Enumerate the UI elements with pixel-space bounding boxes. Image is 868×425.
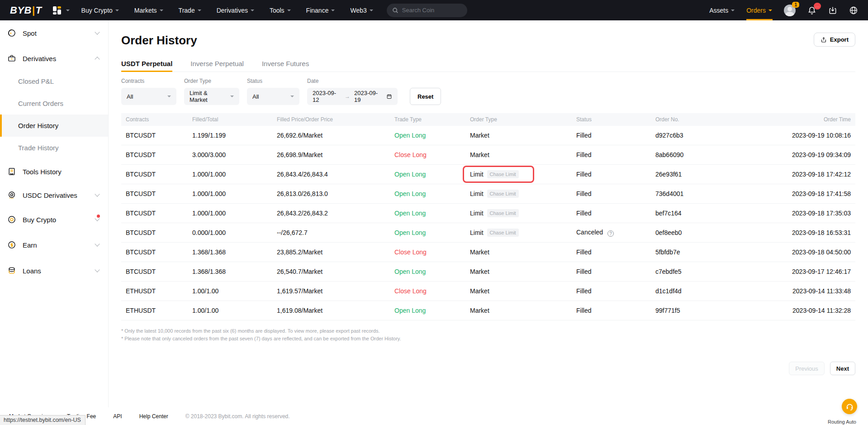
cell-filled-total: 0.000/1.000 [188, 229, 272, 236]
contracts-select[interactable]: All [121, 88, 176, 105]
cell-filled-price: 1,619.57/Market [272, 287, 390, 295]
nav-trade[interactable]: Trade [179, 0, 201, 20]
download-app-button[interactable] [828, 6, 837, 15]
status-text: Filled [576, 190, 591, 197]
sidebar: Spot Derivatives Closed P&L Current Orde… [0, 20, 109, 407]
cell-status: Filled [572, 307, 651, 314]
cell-contract: BTCUSDT [121, 151, 188, 158]
next-page-button[interactable]: Next [830, 362, 855, 375]
cell-order-time: 2023-09-18 17:35:03 [725, 210, 855, 217]
sidebar-item-order-history[interactable]: Order History [0, 115, 108, 137]
col-status: Status [572, 116, 651, 123]
nav-tools[interactable]: Tools [270, 0, 291, 20]
tab-inverse-perpetual[interactable]: Inverse Perpetual [190, 60, 244, 67]
order-type-filter-label: Order Type [184, 78, 239, 84]
status-select[interactable]: All [247, 88, 299, 105]
cell-filled-price: 26,540.7/Market [272, 268, 390, 275]
cell-filled-price: 26,692.6/Market [272, 132, 390, 139]
account-avatar[interactable]: 1 [784, 5, 796, 16]
reset-button[interactable]: Reset [410, 88, 441, 105]
table-row[interactable]: BTCUSDT 1.000/1.000 26,843.2/26,843.2 Op… [121, 204, 855, 223]
table-row[interactable]: ETHUSDT 1.00/1.00 1,619.08/Market Open L… [121, 301, 855, 320]
sidebar-item-closed-pnl[interactable]: Closed P&L [0, 70, 108, 92]
cell-status: Filled [572, 171, 651, 178]
bybit-logo[interactable]: BYB|T [10, 5, 42, 16]
nav-web3[interactable]: Web3 [350, 0, 373, 20]
footnote-records: * Only the latest 10,000 records from th… [121, 327, 855, 335]
sidebar-item-trade-history[interactable]: Trade History [0, 137, 108, 159]
table-row[interactable]: BTCUSDT 1.199/1.199 26,692.6/Market Open… [121, 126, 855, 145]
nav-buy-crypto[interactable]: Buy Crypto [81, 0, 119, 20]
order-type-select[interactable]: Limit & Market [184, 88, 239, 105]
footer-link-help-center[interactable]: Help Center [139, 413, 168, 420]
sidebar-item-derivatives[interactable]: Derivatives [0, 47, 108, 70]
loans-icon [7, 266, 16, 275]
headset-icon [845, 402, 854, 411]
date-to: 2023-09-19 [354, 90, 382, 103]
cell-filled-total: 1.00/1.00 [188, 307, 272, 314]
market-tabs: USDT Perpetual Inverse Perpetual Inverse… [121, 60, 855, 72]
table-header: Contracts Filled/Total Filled Price/Orde… [121, 113, 855, 126]
chevron-down-icon [768, 10, 772, 11]
footer-link-api[interactable]: API [113, 413, 122, 420]
sidebar-item-spot[interactable]: Spot [0, 21, 108, 45]
cell-filled-price: 26,843.4/26,843.4 [272, 171, 390, 178]
cell-order-no: 99f771f5 [651, 307, 725, 314]
sidebar-item-current-orders[interactable]: Current Orders [0, 92, 108, 115]
cell-order-time: 2023-09-18 17:41:58 [725, 190, 855, 197]
cell-trade-type: Open Long [390, 190, 465, 197]
nav-derivatives[interactable]: Derivatives [217, 0, 254, 20]
sidebar-item-earn[interactable]: Earn [0, 233, 108, 257]
cell-order-no: bef7c164 [651, 210, 725, 217]
logo-text-right: T [36, 5, 42, 16]
previous-page-button[interactable]: Previous [789, 362, 825, 375]
export-button[interactable]: Export [814, 33, 855, 47]
chase-limit-badge: Chase Limit [487, 170, 519, 178]
sidebar-item-loans[interactable]: Loans [0, 259, 108, 282]
cell-order-no: c7ebdfe5 [651, 268, 725, 275]
chase-limit-badge: Chase Limit [487, 209, 519, 217]
tools-history-icon [7, 167, 16, 176]
cell-contract: BTCUSDT [121, 171, 188, 178]
cell-order-time: 2023-09-19 09:34:09 [725, 151, 855, 158]
table-row[interactable]: BTCUSDT 3.000/3.000 26,698.9/Market Clos… [121, 145, 855, 165]
table-row[interactable]: BTCUSDT 1.368/1.368 23,885.2/Market Clos… [121, 243, 855, 262]
grid-apps-icon [53, 6, 61, 14]
table-row[interactable]: BTCUSDT 1.000/1.000 26,843.4/26,843.4 Op… [121, 165, 855, 184]
nav-assets[interactable]: Assets [709, 0, 735, 20]
table-row[interactable]: BTCUSDT 0.000/1.000 --/26,672.7 Open Lon… [121, 223, 855, 243]
table-row[interactable]: ETHUSDT 1.00/1.00 1,619.57/Market Close … [121, 282, 855, 301]
table-row[interactable]: BTCUSDT 1.000/1.000 26,813.0/26,813.0 Op… [121, 184, 855, 204]
date-range-picker[interactable]: 2023-09-12 → 2023-09-19 [307, 88, 398, 105]
chase-limit-badge: Chase Limit [487, 229, 519, 237]
nav-finance[interactable]: Finance [306, 0, 335, 20]
cell-filled-price: 26,843.2/26,843.2 [272, 210, 390, 217]
sidebar-item-tools-history[interactable]: Tools History [0, 160, 108, 183]
language-button[interactable] [849, 6, 858, 15]
sidebar-item-buy-crypto[interactable]: Buy Crypto [0, 208, 108, 231]
search-input[interactable] [402, 7, 461, 14]
nav-markets[interactable]: Markets [134, 0, 163, 20]
cell-order-time: 2023-09-18 16:53:31 [725, 229, 855, 236]
sidebar-item-usdc-derivatives[interactable]: USDC Derivatives [0, 183, 108, 207]
cell-filled-price: 1,619.08/Market [272, 307, 390, 314]
top-navigation: BYB|T Buy Crypto Markets Trade Derivativ… [0, 0, 868, 20]
cell-filled-total: 1.368/1.368 [188, 268, 272, 275]
help-icon[interactable]: ? [607, 230, 614, 237]
cell-contract: BTCUSDT [121, 132, 188, 139]
notifications-button[interactable]: ... [807, 6, 816, 15]
apps-menu-button[interactable] [53, 6, 70, 14]
table-row[interactable]: BTCUSDT 1.368/1.368 26,540.7/Market Open… [121, 262, 855, 282]
nav-orders-active[interactable]: Orders [746, 0, 772, 20]
support-chat-button[interactable] [842, 399, 857, 414]
cell-trade-type: Close Long [390, 248, 465, 256]
cell-order-time: 2023-09-14 11:32:28 [725, 307, 855, 314]
tab-inverse-futures[interactable]: Inverse Futures [262, 60, 309, 67]
cell-order-type: Market [465, 307, 572, 314]
tab-usdt-perpetual[interactable]: USDT Perpetual [121, 60, 172, 67]
status-text: Filled [576, 287, 591, 295]
coin-search[interactable] [387, 4, 467, 17]
cell-trade-type: Close Long [390, 287, 465, 295]
usdc-derivatives-icon [7, 191, 16, 200]
cell-status: Filled [572, 151, 651, 158]
